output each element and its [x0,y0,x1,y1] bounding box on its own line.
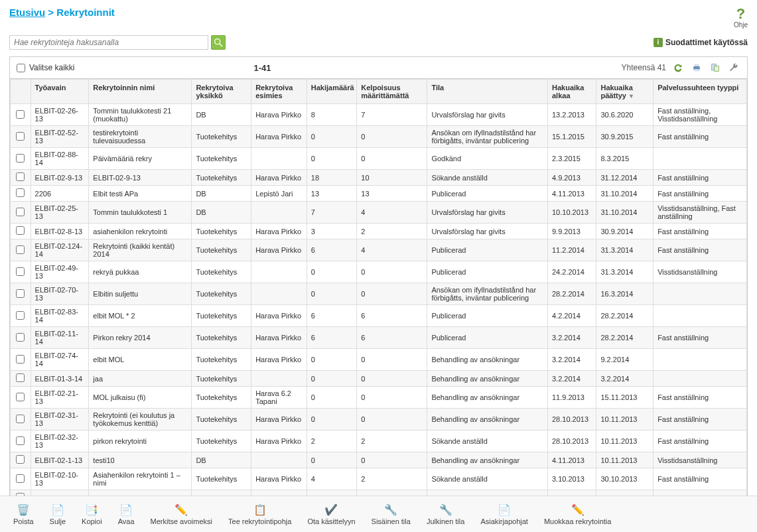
row-checkbox[interactable] [16,415,25,423]
col-paattyy[interactable]: Hakuaika päättyy ▼ [596,80,654,104]
row-checkbox[interactable] [16,355,25,364]
cell-alkaa: 24.2.2014 [547,261,596,283]
cell-kelpoisuus: 4 [357,239,427,261]
refresh-button[interactable] [671,61,685,74]
cell-tyyppi: Fast anställning [654,239,747,261]
col-kelpoisuus[interactable]: Kelpoisuus määrittämättä [357,80,427,104]
row-checkbox[interactable] [16,311,25,320]
row-checkbox[interactable] [16,110,25,119]
row-checkbox[interactable] [16,436,25,445]
cell-kelpoisuus: 2 [357,224,427,239]
cell-tyyppi: Visstidsanställning, Fast anställning [654,202,747,224]
help-link[interactable]: ? Ohje [734,7,748,29]
table-row[interactable]: ELBIT-02-8-13asiahenkilon rekrytointiTuo… [11,224,747,239]
table-row[interactable]: ELBIT-02-32-13pirkon rekrytointiTuotekeh… [11,431,747,452]
table-row[interactable]: ELBIT-02-26-13Tommin taulukkotesti 21 (m… [11,104,747,126]
row-checkbox[interactable] [16,132,25,141]
cell-tyyppi: Fast anställning [654,186,747,202]
cell-nimi: elbit MOL [89,349,192,371]
row-checkbox[interactable] [16,154,25,163]
search-input[interactable] [9,35,208,50]
table-row[interactable]: ELBIT-02-21-13MOL julkaisu (fi)Tuotekehi… [11,387,747,409]
col-nimi[interactable]: Rekrytoinnin nimi [89,80,192,104]
table-row[interactable]: ELBIT-02-83-14elbit MOL * 2TuotekehitysH… [11,305,747,327]
cell-hakijamaara: 6 [307,327,356,349]
cell-esimies [251,283,307,305]
select-all[interactable]: Valitse kaikki [17,63,74,72]
cell-paattyy: 8.3.2015 [596,148,654,170]
close-button[interactable]: 📄Sulje [43,500,72,528]
delete-button[interactable]: 🗑️Poista [7,500,40,528]
edit-recruitment-button[interactable]: ✏️Muokkaa rekrytointia [537,500,618,528]
cell-paattyy: 28.2.2014 [596,305,654,327]
mark-open-button[interactable]: ✏️Merkitse avoimeksi [144,500,220,528]
row-checkbox[interactable] [16,455,25,464]
table-row[interactable]: ELBIT-02-49-13rekryä pukkaaTuotekehitys0… [11,261,747,283]
cell-hakijamaara: 0 [307,349,356,371]
table-row[interactable]: ELBIT-02-1-13testi10DB00Behandling av an… [11,452,747,468]
row-checkbox[interactable] [16,333,25,342]
cell-nimi: Pirkon rekry 2014 [89,327,192,349]
row-checkbox[interactable] [16,208,25,216]
export-icon [710,62,721,73]
col-yksikko[interactable]: Rekrytoiva yksikkö [192,80,251,104]
copy-button[interactable]: 📑Kopioi [75,500,109,528]
cell-tyoavain: ELBIT-02-21-13 [31,387,89,409]
table-row[interactable]: ELBIT-02-74-14elbit MOLTuotekehitysHarav… [11,349,747,371]
col-alkaa[interactable]: Hakuaika alkaa [547,80,596,104]
cell-esimies [251,261,307,283]
breadcrumb-home[interactable]: Etusivu [9,7,45,18]
cell-esimies: Harava Pirkko [251,349,307,371]
cell-tyoavain: ELBIT-02-74-14 [31,349,89,371]
public-state-button[interactable]: 🔧Julkinen tila [420,500,471,528]
table-row[interactable]: ELBIT-02-11-14Pirkon rekry 2014Tuotekehi… [11,327,747,349]
table-row[interactable]: ELBIT-02-52-13testirekrytointi tulevaisu… [11,126,747,148]
row-checkbox[interactable] [16,373,25,382]
col-tyoavain[interactable]: Työavain [31,80,89,104]
col-tila[interactable]: Tila [427,80,548,104]
select-all-checkbox[interactable] [17,64,25,72]
row-checkbox[interactable] [16,267,25,276]
row-checkbox[interactable] [16,245,25,254]
settings-button[interactable] [727,61,740,74]
cell-yksikko: Tuotekehitys [192,387,251,409]
row-checkbox[interactable] [16,474,25,483]
internal-state-button[interactable]: 🔧Sisäinen tila [365,500,417,528]
refresh-icon [673,62,683,73]
doc-templates-button[interactable]: 📄Asiakirjapohjat [474,500,535,528]
cell-hakijamaara: 0 [307,126,356,148]
take-processing-button[interactable]: ✔️Ota käsittelyyn [301,500,362,528]
table-row[interactable]: ELBIT-02-10-13Asiahenkilon rekrytointi 1… [11,468,747,490]
search-button[interactable] [211,35,226,50]
export-button[interactable] [709,61,722,74]
cell-hakijamaara: 0 [307,409,356,431]
cell-yksikko: DB [192,452,251,468]
cell-tila: Behandling av ansökningar [427,409,548,431]
col-esimies[interactable]: Rekrytoiva esimies [251,80,307,104]
table-row[interactable]: 2206Elbit testi APaDBLepistö Jari1313Pub… [11,186,747,202]
col-hakijamaara[interactable]: Hakijamäärä [307,80,356,104]
cell-nimi: testi10 [89,452,192,468]
row-checkbox[interactable] [16,289,25,298]
cell-esimies: Harava Pirkko [251,170,307,186]
table-row[interactable]: ELBIT-02-31-13Rekrytointi (ei koulutus j… [11,409,747,431]
table-row[interactable]: ELBIT-02-25-13Tommin taulukkotesti 1DB74… [11,202,747,224]
cell-paattyy: 10.11.2013 [596,452,654,468]
row-checkbox[interactable] [16,226,25,235]
table-row[interactable]: ELBIT-02-124-14Rekrytointi (kaikki kentä… [11,239,747,261]
table-row[interactable]: ELBIT-02-70-13Elbitin suljettuTuotekehit… [11,283,747,305]
table-row[interactable]: ELBIT-02-9-13ELBIT-02-9-13TuotekehitysHa… [11,170,747,186]
breadcrumb: Etusivu > Rekrytoinnit [9,7,115,18]
row-checkbox[interactable] [16,393,25,401]
col-tyyppi[interactable]: Palvelussuhteen tyyppi [654,80,747,104]
table-row[interactable]: ELBIT-02-88-14Päivämääriä rekryTuotekehi… [11,148,747,170]
open-button[interactable]: 📄Avaa [111,500,141,528]
make-template-button[interactable]: 📋Tee rekrytointipohja [222,500,298,528]
print-button[interactable] [690,61,703,74]
cell-esimies: Harava Pirkko [251,126,307,148]
cell-tyyppi: Fast anställning [654,126,747,148]
template-icon: 📋 [252,503,268,516]
row-checkbox[interactable] [16,172,25,181]
row-checkbox[interactable] [16,188,25,197]
table-row[interactable]: ELBIT-01-3-14jaaTuotekehitys00Behandling… [11,371,747,387]
